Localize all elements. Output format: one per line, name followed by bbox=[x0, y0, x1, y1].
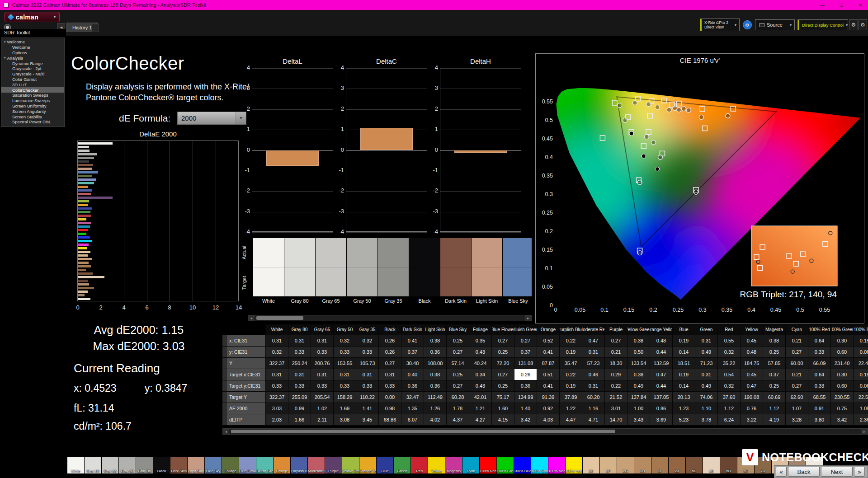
patch-tile-black[interactable]: Black bbox=[153, 457, 170, 473]
maximize-button[interactable]: □ bbox=[834, 0, 849, 10]
patch-tile-blue[interactable]: Blue bbox=[377, 457, 393, 473]
table-scrollbar[interactable]: ◄ ► bbox=[222, 428, 868, 435]
sidebar-item-screen-angularity[interactable]: Screen Angularity bbox=[1, 108, 64, 114]
tile-label: Yellow bbox=[428, 469, 445, 473]
display-control-dropdown[interactable]: Direct Display Control ▾ bbox=[797, 19, 848, 30]
sidebar-item-welcome[interactable]: ▾Welcome bbox=[1, 39, 64, 45]
sidebar-item-screen-stability[interactable]: Screen Stability bbox=[1, 114, 64, 119]
next-button[interactable]: Next bbox=[821, 467, 853, 477]
table-cell: 1.21 bbox=[469, 403, 492, 414]
sidebar-item-analysis[interactable]: ▾Analysis bbox=[1, 55, 64, 61]
calman-menu-button[interactable]: calman ▾ bbox=[5, 12, 60, 22]
meter-status-badge[interactable]: ⚙ bbox=[743, 20, 752, 29]
sidebar-item-3d-lut[interactable]: 3D LUT bbox=[1, 82, 64, 87]
patch-tile-5e[interactable]: 5E bbox=[703, 457, 720, 473]
sidebar-item-grayscale-2pt[interactable]: Grayscale - 2pt bbox=[1, 66, 64, 71]
table-cell: 0.32 bbox=[718, 347, 741, 357]
patch-tile-gray-80[interactable]: Gray 80 bbox=[85, 457, 101, 473]
patch-tile-2e[interactable]: 2E bbox=[583, 457, 599, 473]
options-gear-button[interactable]: ⚙ bbox=[859, 19, 867, 30]
settings-gear-button[interactable]: ⚙ bbox=[849, 19, 858, 30]
patch-tile-orange-yellow[interactable]: Orange Yellow bbox=[359, 457, 376, 473]
sidebar-item-luminance-sweeps[interactable]: Luminance Sweeps bbox=[1, 98, 64, 103]
sidebar-item-dynamic-range[interactable]: Dynamic Range bbox=[1, 61, 64, 66]
sidebar-item-screen-uniformity[interactable]: Screen Uniformity bbox=[1, 103, 64, 109]
patch-tile-red[interactable]: Red bbox=[411, 457, 428, 473]
tree-expander-icon[interactable]: ▾ bbox=[4, 56, 6, 60]
patch-tile-gray-65[interactable]: Gray 65 bbox=[102, 457, 118, 473]
column-header-100-blue: 100% Blue bbox=[854, 324, 868, 335]
back-button[interactable]: Back bbox=[788, 467, 820, 477]
sidebar-item-welcome[interactable]: Welcome bbox=[1, 45, 64, 50]
patch-tile-gray-50[interactable]: Gray 50 bbox=[119, 457, 136, 473]
patch-tile-orange[interactable]: Orange bbox=[274, 457, 290, 473]
patch-tile-cyan[interactable]: Cyan bbox=[462, 457, 479, 473]
patch-tile-purple[interactable]: Purple bbox=[325, 457, 342, 473]
sidebar-item-color-gamut[interactable]: Color Gamut bbox=[1, 77, 64, 82]
patch-tile-bluish-green[interactable]: Bluish Green bbox=[256, 457, 273, 473]
deltae-bar-8e bbox=[78, 298, 90, 300]
table-row: y: CIE310.320.330.330.330.330.260.370.36… bbox=[222, 347, 868, 358]
patch-tile-blue-sky[interactable]: Blue Sky bbox=[205, 457, 222, 473]
scrollbar-thumb[interactable] bbox=[231, 430, 615, 433]
patch-tile-100-yellow[interactable]: 100% Yellow bbox=[566, 457, 582, 473]
tile-label: Magenta bbox=[445, 469, 462, 473]
patch-tile-2i[interactable]: 2I bbox=[651, 457, 668, 473]
source-dropdown[interactable]: Source ▾ bbox=[755, 19, 795, 30]
patch-tile-dark-skin[interactable]: Dark Skin bbox=[170, 457, 187, 473]
sidebar-item-colorchecker[interactable]: ColorChecker bbox=[1, 87, 64, 93]
swatch-label: Black bbox=[409, 298, 440, 304]
table-cell: 0.21 bbox=[605, 347, 627, 357]
patch-tile-100-magenta[interactable]: 100% Magenta bbox=[548, 457, 565, 473]
scroll-right-icon[interactable]: ► bbox=[525, 315, 531, 321]
gridline bbox=[147, 141, 147, 301]
patch-tile-2h[interactable]: 2H bbox=[634, 457, 651, 473]
scroll-left-icon[interactable]: ◄ bbox=[223, 429, 229, 434]
patch-tile-100-cyan[interactable]: 100% Cyan bbox=[531, 457, 548, 473]
patch-tile-light-skin[interactable]: Light Skin bbox=[188, 457, 204, 473]
patch-tile-foliage[interactable]: Foliage bbox=[222, 457, 239, 473]
table-cell: 0.76 bbox=[741, 403, 763, 414]
patch-tile-yellow[interactable]: Yellow bbox=[428, 457, 445, 473]
first-page-button[interactable]: « bbox=[776, 467, 787, 477]
deltae-bar-100-blue bbox=[78, 236, 90, 239]
patch-tile-100-blue[interactable]: 100% Blue bbox=[514, 457, 531, 473]
patch-tile-purplish-blue[interactable]: Purplish Blue bbox=[291, 457, 307, 473]
de-formula-select[interactable]: 2000 ▼ bbox=[177, 112, 246, 125]
tree-expander-icon[interactable]: ▾ bbox=[4, 40, 6, 44]
patch-tile-5d[interactable]: 5D bbox=[686, 457, 703, 473]
patch-tile-yellow-green[interactable]: Yellow Green bbox=[342, 457, 359, 473]
deltae-bar-gray-35 bbox=[78, 157, 94, 159]
sidebar-item-saturation-sweeps[interactable]: Saturation Sweeps bbox=[1, 93, 64, 98]
table-row: Target x:CIE310.310.310.310.310.310.310.… bbox=[222, 369, 868, 380]
patch-tile-moderate-red[interactable]: Moderate Red bbox=[308, 457, 325, 473]
sidebar-item-grayscale-multi[interactable]: Grayscale - Multi bbox=[1, 71, 64, 77]
patch-tile-100-green[interactable]: 100% Green bbox=[497, 457, 514, 473]
scroll-left-icon[interactable]: ◄ bbox=[248, 315, 255, 321]
table-cell: 35.22 bbox=[718, 358, 741, 369]
swatch-strip-scrollbar[interactable]: ◄ ► bbox=[248, 315, 532, 321]
patch-tile-white[interactable]: White bbox=[67, 457, 84, 473]
sidebar-item-options[interactable]: Options bbox=[1, 50, 64, 56]
patch-tile-gray-35[interactable]: Gray 35 bbox=[136, 457, 153, 473]
patch-tile-blue-flower[interactable]: Blue Flower bbox=[239, 457, 256, 473]
axis-tick-label: 0.5 bbox=[538, 117, 553, 123]
patch-tile-6d[interactable]: 6D bbox=[720, 457, 737, 473]
patch-tile-2j[interactable]: 2J bbox=[669, 457, 685, 473]
minimize-button[interactable]: — bbox=[815, 0, 830, 10]
new-tab-stub[interactable] bbox=[92, 24, 99, 32]
close-button[interactable]: ✕ bbox=[853, 0, 868, 10]
patch-tile-2g[interactable]: 2G bbox=[617, 457, 634, 473]
meter-dropdown[interactable]: X-Rite i1Pro 2 Direct View ▾ bbox=[700, 19, 740, 31]
scrollbar-thumb[interactable] bbox=[256, 316, 303, 320]
table-cell: 1.60 bbox=[492, 403, 514, 414]
patch-tile-magenta[interactable]: Magenta bbox=[445, 457, 462, 473]
scroll-right-icon[interactable]: ► bbox=[861, 429, 868, 434]
patch-tile-green[interactable]: Green bbox=[394, 457, 410, 473]
table-cell: 0.33 bbox=[266, 380, 288, 391]
last-page-button[interactable]: » bbox=[854, 467, 865, 477]
sidebar-item-spectral-power-dist[interactable]: Spectral Power Dist. bbox=[1, 119, 64, 125]
swatch-label: Dark Skin bbox=[440, 298, 471, 304]
patch-tile-100-red[interactable]: 100% Red bbox=[480, 457, 496, 473]
patch-tile-2f[interactable]: 2F bbox=[600, 457, 617, 473]
